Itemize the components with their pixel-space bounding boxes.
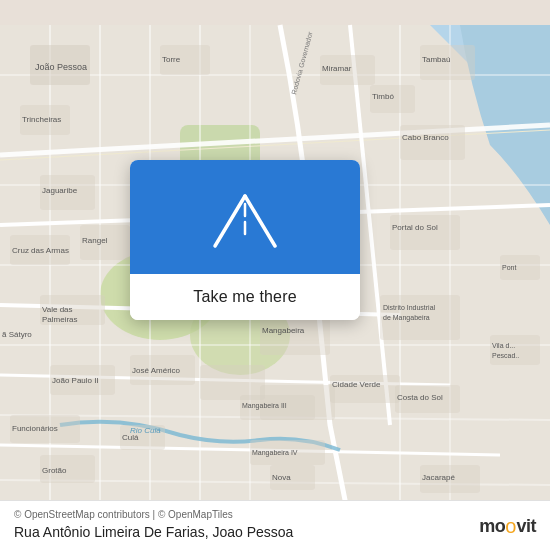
svg-text:Vale das: Vale das [42,305,73,314]
svg-text:Rangel: Rangel [82,236,108,245]
svg-rect-33 [390,215,460,250]
svg-line-88 [245,196,275,246]
svg-rect-30 [200,365,265,400]
svg-text:Mangabeira III: Mangabeira III [242,402,287,410]
road-icon [205,188,285,252]
svg-text:Vila d...: Vila d... [492,342,515,349]
svg-text:Pescad..: Pescad.. [492,352,519,359]
take-me-there-button[interactable]: Take me there [130,274,360,320]
svg-text:Tambaú: Tambaú [422,55,450,64]
svg-text:Miramar: Miramar [322,64,352,73]
svg-text:Pont: Pont [502,264,516,271]
bottom-bar: © OpenStreetMap contributors | © OpenMap… [0,500,550,550]
moovit-brand-text: mo [479,516,505,537]
svg-text:Rio Culá: Rio Culá [130,426,161,435]
card-overlay: Take me there [130,160,360,320]
svg-text:José Américo: José Américo [132,366,181,375]
svg-text:de Mangabeira: de Mangabeira [383,314,430,322]
svg-text:Distrito Industrial: Distrito Industrial [383,304,436,311]
svg-text:Costa do Sol: Costa do Sol [397,393,443,402]
svg-text:Mangabeira IV: Mangabeira IV [252,449,298,457]
svg-text:Jaguaribe: Jaguaribe [42,186,78,195]
svg-text:Nova: Nova [272,473,291,482]
svg-line-87 [215,196,245,246]
moovit-brand-text2: vit [516,516,536,537]
map-attribution: © OpenStreetMap contributors | © OpenMap… [14,509,536,520]
svg-text:Portal do Sol: Portal do Sol [392,223,438,232]
card-icon-area [130,160,360,274]
svg-text:João Paulo II: João Paulo II [52,376,99,385]
svg-rect-29 [260,315,330,355]
svg-text:Timbó: Timbó [372,92,394,101]
svg-text:Torre: Torre [162,55,181,64]
svg-text:Cidade Verde: Cidade Verde [332,380,381,389]
svg-text:Cruz das Armas: Cruz das Armas [12,246,69,255]
svg-text:Cabo Branco: Cabo Branco [402,133,449,142]
svg-rect-32 [400,125,465,160]
moovit-logo: mo o vit [479,515,536,538]
svg-text:Grotão: Grotão [42,466,67,475]
svg-text:Palmeiras: Palmeiras [42,315,78,324]
map-container: João Pessoa Trincheiras Jaguaribe Rangel… [0,0,550,550]
svg-text:Jacarapé: Jacarapé [422,473,455,482]
location-name: Rua Antônio Limeira De Farias, Joao Pess… [14,524,293,540]
moovit-dot: o [505,515,516,538]
svg-text:Funcionários: Funcionários [12,424,58,433]
svg-text:ã Sátyro: ã Sátyro [2,330,32,339]
svg-rect-49 [490,335,540,365]
svg-text:Trincheiras: Trincheiras [22,115,61,124]
svg-text:João Pessoa: João Pessoa [35,62,87,72]
svg-text:Mangabeira: Mangabeira [262,326,305,335]
